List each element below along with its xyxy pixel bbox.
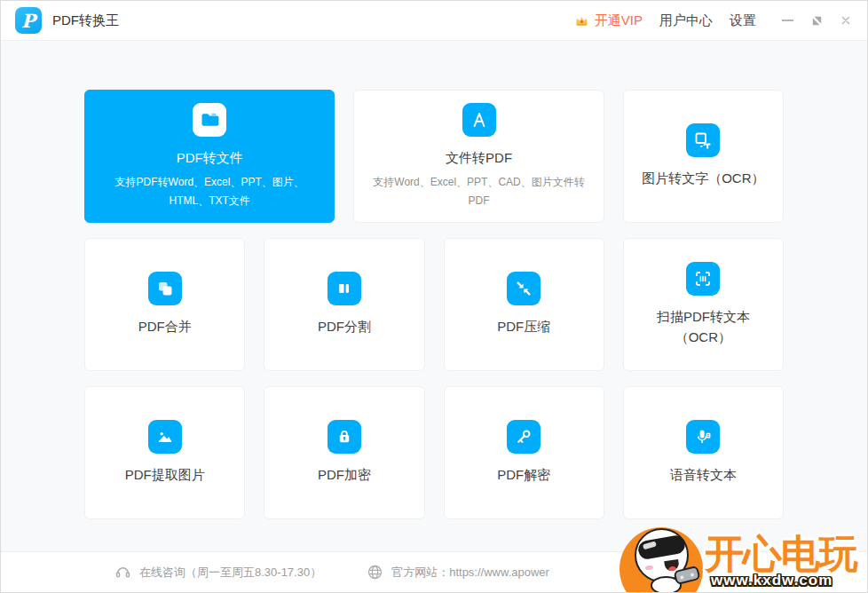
app-title: PDF转换王 <box>52 12 119 29</box>
card-scan-pdf-to-text-ocr[interactable]: 扫描PDF转文本 （OCR） <box>623 238 784 371</box>
card-pdf-encrypt[interactable]: PDF加密 <box>264 386 424 519</box>
official-website-text: 官方网站：https://www.apower <box>391 565 549 581</box>
card-image-to-text-ocr[interactable]: 图片转文字（OCR） <box>623 90 784 223</box>
open-vip-label: 开通VIP <box>595 12 643 29</box>
card-title: 文件转PDF <box>446 148 512 169</box>
open-vip-button[interactable]: 开通VIP <box>573 12 643 29</box>
card-title-line2: （OCR） <box>675 328 731 348</box>
folder-icon <box>193 103 226 137</box>
card-title: PDF转文件 <box>177 148 243 169</box>
key-icon <box>507 420 541 454</box>
card-subtitle: 支持Word、Excel、PPT、CAD、图片文件转PDF <box>370 173 588 210</box>
minimize-button[interactable] <box>780 13 794 28</box>
settings-button[interactable]: 设置 <box>730 12 756 29</box>
feature-grid: PDF转文件 支持PDF转Word、Excel、PPT、图片、HTML、TXT文… <box>84 90 784 519</box>
card-title: 语音转文本 <box>670 465 737 486</box>
online-support-link[interactable]: 在线咨询（周一至周五8.30-17.30） <box>114 563 321 581</box>
compress-icon <box>507 272 541 305</box>
card-speech-to-text[interactable]: 语音转文本 <box>623 386 784 519</box>
official-website-link[interactable]: 官方网站：https://www.apower <box>366 563 549 581</box>
card-title: PDF加密 <box>318 465 371 486</box>
minimize-icon <box>782 20 793 21</box>
watermark-kxdw: 开心电玩 www.kxdw.com <box>615 526 867 592</box>
titlebar: P PDF转换王 开通VIP 用户中心 设置 <box>1 1 867 41</box>
card-title: 扫描PDF转文本 <box>657 307 750 328</box>
card-pdf-extract-images[interactable]: PDF提取图片 <box>84 386 245 519</box>
card-pdf-to-file[interactable]: PDF转文件 支持PDF转Word、Excel、PPT、图片、HTML、TXT文… <box>84 90 335 223</box>
lock-icon <box>327 420 361 454</box>
card-title: PDF解密 <box>497 465 550 486</box>
headset-icon <box>114 563 132 581</box>
card-pdf-compress[interactable]: PDF压缩 <box>444 238 604 371</box>
card-title: PDF压缩 <box>497 317 550 337</box>
watermark-url-text: www.kxdw.com <box>711 572 832 589</box>
card-title: PDF合并 <box>138 317 192 337</box>
image-to-text-icon <box>686 123 720 157</box>
close-icon <box>840 14 852 27</box>
mascot-cheek <box>645 565 654 570</box>
card-pdf-merge[interactable]: PDF合并 <box>84 238 245 371</box>
adobe-pdf-icon <box>462 103 496 137</box>
microphone-icon <box>686 420 720 454</box>
scan-icon <box>686 262 720 296</box>
globe-icon <box>366 563 384 581</box>
split-icon <box>327 272 361 305</box>
app-logo: P <box>15 7 42 34</box>
card-pdf-decrypt[interactable]: PDF解密 <box>444 386 604 519</box>
maximize-icon <box>810 14 824 28</box>
card-pdf-split[interactable]: PDF分割 <box>264 238 424 371</box>
merge-icon <box>148 272 182 305</box>
main-area: PDF转文件 支持PDF转Word、Excel、PPT、图片、HTML、TXT文… <box>1 41 867 551</box>
crown-icon <box>573 12 590 29</box>
extract-image-icon <box>148 420 182 454</box>
user-center-button[interactable]: 用户中心 <box>659 12 713 29</box>
card-subtitle: 支持PDF转Word、Excel、PPT、图片、HTML、TXT文件 <box>100 173 319 210</box>
card-title: 图片转文字（OCR） <box>642 169 764 189</box>
close-button[interactable] <box>839 13 853 28</box>
online-support-text: 在线咨询（周一至周五8.30-17.30） <box>139 565 321 581</box>
card-title: PDF提取图片 <box>125 465 205 486</box>
maximize-button[interactable] <box>809 13 824 28</box>
card-title: PDF分割 <box>318 317 371 337</box>
app-window: P PDF转换王 开通VIP 用户中心 设置 <box>0 0 868 593</box>
card-file-to-pdf[interactable]: 文件转PDF 支持Word、Excel、PPT、CAD、图片文件转PDF <box>353 90 604 223</box>
mascot-goggles <box>637 534 687 561</box>
